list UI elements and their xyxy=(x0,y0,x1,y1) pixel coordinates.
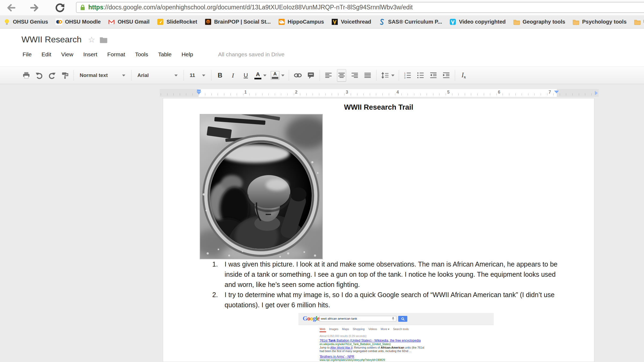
voicethread-icon xyxy=(331,18,338,25)
justify-icon xyxy=(364,71,372,79)
svg-text:3: 3 xyxy=(404,76,405,79)
menu-insert[interactable]: Insert xyxy=(83,51,97,58)
folder-move-icon[interactable] xyxy=(100,36,108,43)
align-right-button[interactable] xyxy=(350,69,359,81)
comment-icon xyxy=(307,71,315,79)
list-number: 2. xyxy=(212,290,225,310)
bookmark-ohsu-moodle[interactable]: OHSU Moodle xyxy=(55,18,101,25)
clear-formatting-icon: Ix xyxy=(462,71,466,79)
ruler[interactable]: 1 2 3 4 5 6 7 xyxy=(160,89,599,97)
moodle-icon xyxy=(55,18,63,25)
bookmark-us-history[interactable]: U.S. H xyxy=(634,18,644,25)
url-scheme: https xyxy=(88,4,103,11)
search-tabs: Web Images Maps Shopping Videos More ▾ S… xyxy=(320,327,409,331)
result-title: 'Brothers in Arms' - NPR xyxy=(320,355,354,359)
menu-format[interactable]: Format xyxy=(107,51,125,58)
numbered-list[interactable]: 1. I was given this picture. I look at i… xyxy=(212,259,559,310)
align-right-icon xyxy=(351,71,359,79)
print-button[interactable] xyxy=(22,69,31,81)
ruler-ticks xyxy=(161,93,598,95)
outdent-button[interactable] xyxy=(429,69,438,81)
justify-button[interactable] xyxy=(363,69,372,81)
line-spacing-button[interactable] xyxy=(381,69,394,81)
back-icon[interactable] xyxy=(6,3,16,13)
menu-edit[interactable]: Edit xyxy=(42,51,51,58)
chevron-down-icon xyxy=(174,75,178,76)
menu-tools[interactable]: Tools xyxy=(135,51,148,58)
bookmark-ohsu-genius[interactable]: OHSU Genius xyxy=(3,18,48,25)
bulleted-list-icon xyxy=(416,71,425,79)
lightbulb-icon xyxy=(3,18,10,25)
sas-icon xyxy=(378,18,386,25)
redo-button[interactable] xyxy=(48,69,56,81)
folder-icon xyxy=(634,18,641,25)
font-family-dropdown[interactable]: Arial xyxy=(136,69,179,81)
bookmark-label: Voicethread xyxy=(341,19,371,25)
indent-button[interactable] xyxy=(442,69,451,81)
bookmark-label: SlideRocket xyxy=(166,19,197,25)
search-query-box: wwii african american tank xyxy=(319,316,396,322)
text-color-button[interactable]: A xyxy=(254,69,266,81)
paint-format-button[interactable] xyxy=(61,69,69,81)
italic-button[interactable]: I xyxy=(229,69,237,81)
bold-button[interactable]: B xyxy=(216,69,224,81)
bookmark-video-copyrighted[interactable]: Video copyrighted xyxy=(449,18,506,25)
menu-table[interactable]: Table xyxy=(158,51,171,58)
list-item-text[interactable]: I try to determine what my image is, so … xyxy=(225,290,559,310)
numbered-list-icon: 123 xyxy=(404,71,412,79)
tab-search-tools: Search tools xyxy=(393,327,409,331)
highlight-color-button[interactable]: A xyxy=(271,69,284,81)
google-search-screenshot[interactable]: Google wwii african american tank Web Im… xyxy=(297,312,496,362)
bookmark-hippocampus[interactable]: HippoCampus xyxy=(278,18,324,25)
menu-help[interactable]: Help xyxy=(181,51,193,58)
right-indent-marker[interactable] xyxy=(554,91,559,93)
left-indent-marker[interactable] xyxy=(196,92,201,94)
bookmark-brainpop[interactable]: BrainPOP | Social St... xyxy=(204,18,271,25)
forward-icon[interactable] xyxy=(30,3,40,13)
paint-roller-icon xyxy=(61,71,69,79)
document-page[interactable]: WWII Research Trail xyxy=(163,98,594,362)
search-icon xyxy=(401,317,405,321)
search-button xyxy=(398,316,407,322)
reload-icon[interactable] xyxy=(54,3,65,13)
undo-button[interactable] xyxy=(35,69,43,81)
address-bar[interactable]: https://docs.google.com/a/openhighschool… xyxy=(76,2,644,13)
bulleted-list-button[interactable] xyxy=(416,69,425,81)
text-color-icon: A xyxy=(254,71,261,79)
bookmark-voicethread[interactable]: Voicethread xyxy=(331,18,371,25)
insert-comment-button[interactable] xyxy=(307,69,315,81)
menu-file[interactable]: File xyxy=(23,51,32,58)
menu-view[interactable]: View xyxy=(61,51,73,58)
underline-button[interactable]: U xyxy=(241,69,250,81)
numbered-list-button[interactable]: 123 xyxy=(403,69,412,81)
tab-shopping: Shopping xyxy=(353,327,365,331)
result-snippet: had been the first of many segregated co… xyxy=(320,349,411,353)
ruler-number: 2 xyxy=(295,90,298,95)
paragraph-style-value: Normal text xyxy=(80,72,108,78)
underline-icon: U xyxy=(244,72,248,79)
align-left-button[interactable] xyxy=(324,69,333,81)
bookmark-label: Psychology tools xyxy=(582,19,627,25)
insert-link-button[interactable] xyxy=(293,69,302,81)
save-status: All changes saved in Drive xyxy=(218,51,284,58)
ruler-number: 1 xyxy=(244,90,247,95)
star-icon[interactable]: ☆ xyxy=(88,35,95,44)
folder-icon xyxy=(513,18,520,25)
list-item-text[interactable]: I was given this picture. I look at it a… xyxy=(225,259,559,290)
bookmark-psychology-tools[interactable]: Psychology tools xyxy=(572,18,627,25)
doc-title[interactable]: WWII Research xyxy=(21,35,82,45)
bookmark-geography-tools[interactable]: Geography tools xyxy=(513,18,565,25)
align-center-button[interactable] xyxy=(337,69,346,82)
tab-images: Images xyxy=(329,327,338,331)
first-line-indent-marker[interactable] xyxy=(197,90,201,91)
bookmark-sas-curriculum[interactable]: SAS® Curriculum P... xyxy=(378,18,442,25)
bookmark-ohsu-gmail[interactable]: OHSU Gmail xyxy=(108,18,149,25)
font-size-value: 11 xyxy=(190,72,195,78)
font-size-dropdown[interactable]: 11 xyxy=(188,69,207,81)
paragraph-style-dropdown[interactable]: Normal text xyxy=(78,69,127,81)
link-icon xyxy=(293,71,302,79)
clear-formatting-button[interactable]: Ix xyxy=(459,69,468,81)
bookmark-label: SAS® Curriculum P... xyxy=(388,19,442,25)
bookmark-sliderocket[interactable]: SlideRocket xyxy=(157,18,197,25)
bookmark-label: HippoCampus xyxy=(288,19,324,25)
